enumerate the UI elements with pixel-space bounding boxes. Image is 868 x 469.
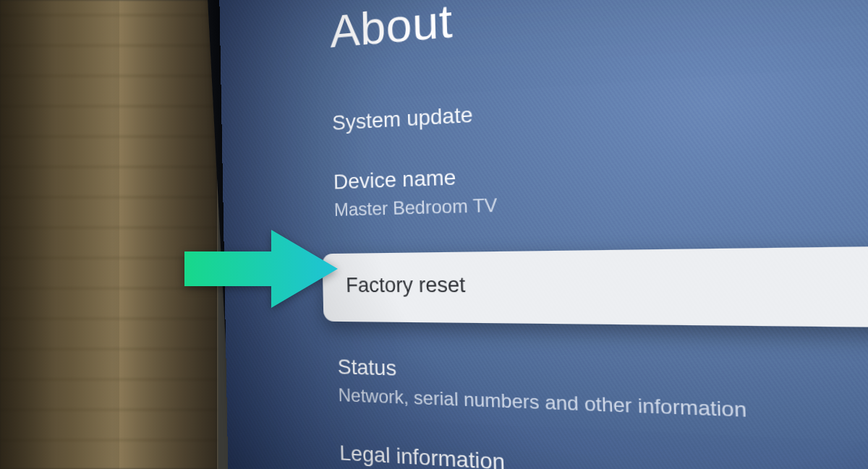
menu-system-update[interactable]: System update (332, 61, 868, 136)
menu-legal-information[interactable]: Legal information (339, 439, 868, 469)
tv-screen: About System update Device name Master B… (218, 0, 868, 469)
menu-factory-reset[interactable]: Factory reset (322, 246, 868, 328)
menu-item-label: Legal information (339, 439, 868, 469)
menu-item-label: System update (332, 61, 868, 136)
menu-item-label: Factory reset (346, 270, 868, 300)
menu-status[interactable]: Status Network, serial numbers and other… (337, 353, 868, 437)
page-title: About (330, 0, 868, 58)
menu-device-name[interactable]: Device name Master Bedroom TV (333, 135, 868, 220)
